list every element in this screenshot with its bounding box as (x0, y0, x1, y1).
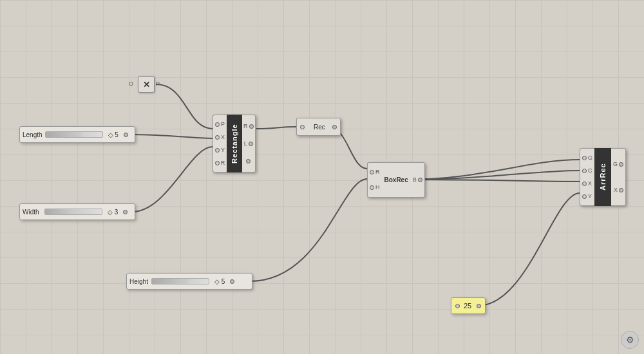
rectangle-label: Rectangle (227, 115, 242, 172)
arrrec-label: ArrRec (594, 148, 611, 206)
width-output-port (123, 210, 128, 214)
boxrec-label: BoxRec (382, 162, 411, 198)
length-value: ◇ 5 (108, 131, 118, 138)
boxrec-out-b (418, 178, 422, 182)
xy-port-o-label: O (129, 80, 133, 87)
rectangle-ports-left: P X Y R (213, 115, 227, 172)
rec-label: Rec (314, 124, 325, 131)
number-out-port (477, 304, 481, 308)
width-value: ◇ 3 (108, 209, 118, 216)
boxrec-port-r (370, 170, 374, 174)
boxrec-ports-right: B (411, 162, 425, 198)
rect-port-y (215, 148, 220, 153)
height-output-port (230, 279, 234, 284)
width-label: Width (23, 209, 42, 216)
rec-out-dot (332, 125, 337, 129)
boxrec-port-h (370, 185, 374, 190)
number-in-port (455, 304, 460, 308)
number-node[interactable]: 25 (451, 297, 486, 314)
height-value: ◇ 5 (214, 278, 225, 285)
width-slider-node[interactable]: Width ◇ 3 (19, 203, 135, 220)
length-slider-track[interactable] (45, 131, 103, 138)
length-slider-node[interactable]: Length ◇ 5 (19, 126, 135, 143)
connections-layer (0, 0, 644, 354)
settings-gear-icon[interactable]: ⚙ (621, 331, 639, 349)
boxrec-node[interactable]: R H BoxRec B (367, 162, 425, 198)
rec-node[interactable]: Rec (296, 118, 341, 136)
arrrec-node[interactable]: G C X Y ArrRec G X (580, 148, 626, 206)
arrrec-port-c (582, 169, 587, 173)
node-canvas[interactable]: ✕ O P Length ◇ 5 Width ◇ 3 Height ◇ 5 P … (0, 0, 644, 354)
height-slider-node[interactable]: Height ◇ 5 (126, 273, 252, 290)
height-label: Height (129, 278, 149, 285)
arrrec-ports-left: G C X Y (580, 148, 594, 206)
rect-port-p (215, 122, 220, 127)
xy-icon: ✕ (143, 80, 150, 89)
rect-out-l (249, 142, 253, 146)
arrrec-out-g (619, 162, 623, 167)
rectangle-ports-right: R L (242, 115, 256, 172)
rec-in-dot (300, 125, 305, 129)
arrrec-port-x (582, 182, 587, 186)
gear-symbol: ⚙ (626, 335, 634, 345)
rectangle-node[interactable]: P X Y R Rectangle R L (213, 115, 256, 172)
length-output-port (124, 133, 128, 137)
length-label: Length (23, 131, 43, 138)
arrrec-port-y (582, 194, 587, 199)
rec-input-port (296, 118, 310, 136)
height-slider-track[interactable] (151, 278, 209, 284)
width-slider-track[interactable] (44, 209, 102, 215)
boxrec-ports-left: R H (367, 162, 382, 198)
rect-out-r (249, 124, 254, 129)
number-value: 25 (464, 302, 471, 310)
rect-out-o (246, 159, 251, 163)
rect-port-x (215, 135, 220, 140)
arrrec-ports-right: G X (611, 148, 626, 206)
arrrec-port-g (582, 156, 587, 160)
rec-output-port (329, 118, 341, 136)
xy-node[interactable]: ✕ (138, 76, 155, 93)
xy-port-p-label: P (156, 80, 160, 87)
rect-port-r (215, 161, 220, 165)
arrrec-out-x (619, 188, 623, 192)
